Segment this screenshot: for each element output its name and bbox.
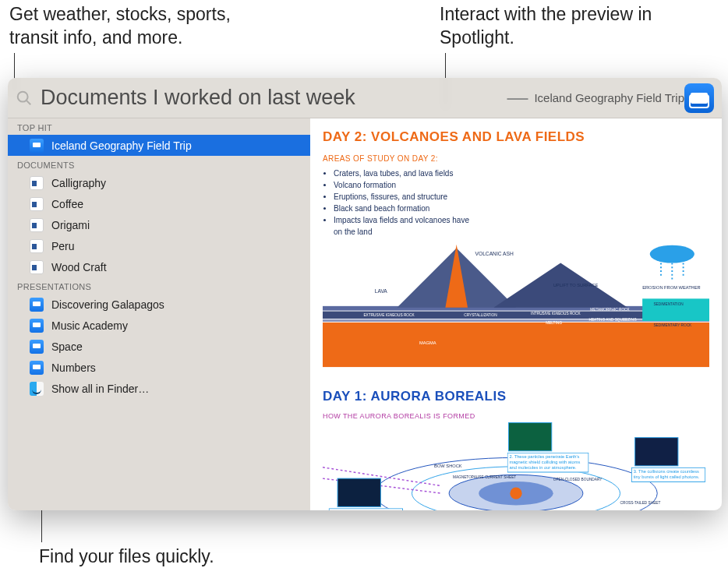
svg-text:SEDIMENTARY ROCK: SEDIMENTARY ROCK — [653, 323, 692, 327]
keynote-icon — [30, 361, 44, 375]
svg-text:MAGNETOPAUSE CURRENT SHEET: MAGNETOPAUSE CURRENT SHEET — [453, 475, 516, 479]
svg-text:METAMORPHIC ROCK: METAMORPHIC ROCK — [590, 308, 630, 312]
result-label: Space — [51, 340, 83, 353]
callout-preview: Interact with the preview in Spotlight. — [440, 3, 689, 50]
section-header: DOCUMENTS — [8, 156, 310, 172]
slide-subtitle: AREAS OF STUDY ON DAY 2: — [323, 154, 479, 163]
result-row[interactable]: Calligraphy — [8, 172, 310, 193]
svg-text:EROSION FROM WEATHER: EROSION FROM WEATHER — [642, 285, 701, 290]
keynote-icon — [30, 139, 44, 153]
svg-text:CROSS-TAILED SHEET: CROSS-TAILED SHEET — [620, 502, 661, 506]
volcano-diagram: VOLCANIC ASH LAVA UPLIFT TO SURFACE EROS… — [323, 238, 709, 370]
finder-icon — [30, 382, 44, 396]
svg-point-10 — [650, 245, 694, 263]
aurora-diagram: 1. Charged particles are emitted from th… — [323, 420, 709, 510]
search-continuation: Iceland Geography Field Trip — [534, 91, 684, 104]
svg-text:LAVA: LAVA — [375, 288, 388, 294]
keynote-icon — [30, 340, 44, 354]
result-label: Numbers — [51, 362, 96, 374]
svg-text:UPLIFT TO SURFACE: UPLIFT TO SURFACE — [553, 283, 599, 287]
callout-weather: Get weather, stocks, sports, transit inf… — [9, 3, 274, 50]
svg-text:OPEN-CLOSED BOUNDARY: OPEN-CLOSED BOUNDARY — [553, 478, 603, 481]
search-dash: — — [507, 86, 528, 110]
svg-rect-36 — [635, 438, 678, 466]
slide-bullets: Craters, lava tubes, and lava fields Vol… — [323, 168, 479, 238]
svg-line-1 — [27, 100, 31, 104]
result-row[interactable]: Music Academy — [8, 315, 310, 336]
word-doc-icon — [30, 239, 44, 253]
svg-text:SEDIMENTATION: SEDIMENTATION — [653, 302, 684, 306]
svg-point-31 — [510, 488, 521, 499]
keynote-icon — [30, 319, 44, 333]
spotlight-preview[interactable]: DAY 2: VOLCANOES AND LAVA FIELDS AREAS O… — [310, 118, 722, 510]
section-header: TOP HIT — [8, 118, 310, 135]
slide-title: DAY 1: AURORA BOREALIS — [323, 389, 709, 404]
keynote-icon — [30, 298, 44, 312]
svg-text:VOLCANIC ASH: VOLCANIC ASH — [475, 251, 514, 256]
spotlight-window: Documents I worked on last week — Icelan… — [8, 78, 722, 510]
svg-text:MELTING: MELTING — [546, 321, 562, 325]
preview-slide-1[interactable]: DAY 2: VOLCANOES AND LAVA FIELDS AREAS O… — [310, 118, 722, 381]
result-row[interactable]: Space — [8, 336, 310, 357]
svg-text:HEATING AND SQUEEZING: HEATING AND SQUEEZING — [588, 318, 636, 322]
result-row[interactable]: Numbers — [8, 357, 310, 378]
result-label: Coffee — [51, 198, 83, 210]
svg-text:EXTRUSIVE IGNEOUS ROCK: EXTRUSIVE IGNEOUS ROCK — [363, 313, 415, 317]
spotlight-search-bar[interactable]: Documents I worked on last week — Icelan… — [8, 78, 722, 118]
result-row[interactable]: Discovering Galapagos — [8, 294, 310, 315]
result-label: Show all in Finder… — [51, 383, 149, 395]
svg-rect-34 — [337, 478, 380, 506]
result-label: Peru — [51, 240, 75, 252]
svg-text:BOW SHOCK: BOW SHOCK — [434, 464, 462, 468]
result-row[interactable]: Coffee — [8, 193, 310, 214]
result-row[interactable]: Wood Craft — [8, 256, 310, 277]
svg-text:INTRUSIVE IGNEOUS ROCK: INTRUSIVE IGNEOUS ROCK — [531, 312, 581, 316]
result-label: Calligraphy — [51, 177, 106, 189]
search-icon — [16, 90, 33, 107]
result-row[interactable]: Origami — [8, 214, 310, 235]
svg-text:CRYSTALLIZATION: CRYSTALLIZATION — [464, 313, 497, 317]
result-row[interactable]: Peru — [8, 235, 310, 256]
result-label: Wood Craft — [51, 261, 107, 273]
slide-title: DAY 2: VOLCANOES AND LAVA FIELDS — [323, 129, 709, 145]
word-doc-icon — [30, 260, 44, 274]
section-header: PRESENTATIONS — [8, 277, 310, 294]
slide-subtitle: HOW THE AURORA BOREALIS IS FORMED — [323, 412, 709, 420]
search-query[interactable]: Documents I worked on last week — [41, 86, 502, 110]
result-label: Iceland Geography Field Trip — [51, 139, 192, 152]
word-doc-icon — [30, 176, 44, 190]
result-label: Origami — [51, 219, 90, 231]
keynote-app-icon — [684, 83, 714, 113]
result-label: Music Academy — [51, 319, 128, 332]
preview-slide-2[interactable]: DAY 1: AURORA BOREALIS HOW THE AURORA BO… — [310, 381, 722, 510]
svg-text:MAGMA: MAGMA — [419, 340, 436, 345]
result-row-top-hit[interactable]: Iceland Geography Field Trip — [8, 135, 310, 156]
svg-rect-2 — [323, 323, 709, 367]
svg-rect-35 — [508, 423, 551, 451]
result-label: Discovering Galapagos — [51, 298, 164, 311]
result-row-show-all[interactable]: Show all in Finder… — [8, 378, 310, 399]
word-doc-icon — [30, 197, 44, 211]
svg-point-0 — [18, 91, 28, 101]
word-doc-icon — [30, 218, 44, 232]
results-list[interactable]: TOP HIT Iceland Geography Field Trip DOC… — [8, 118, 310, 510]
callout-find-files: Find your files quickly. — [39, 545, 214, 569]
